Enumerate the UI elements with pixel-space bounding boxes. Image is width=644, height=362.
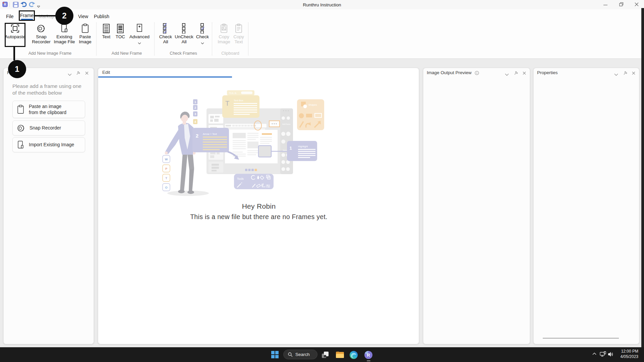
existing-image-file-button[interactable]: Existing Image File <box>52 21 76 45</box>
info-icon[interactable] <box>475 70 479 76</box>
toc-button[interactable]: TOC <box>113 21 128 39</box>
network-icon[interactable] <box>599 351 607 357</box>
paste-clipboard-button[interactable]: Paste an image from the clipboard <box>12 101 85 118</box>
pin-icon[interactable] <box>623 70 628 76</box>
file-explorer-button[interactable] <box>336 351 344 359</box>
task-view-button[interactable] <box>321 351 329 359</box>
menu-view[interactable]: View <box>78 12 88 21</box>
uncheck-all-button[interactable]: UnCheck All <box>173 21 195 45</box>
group-label-check-frames: Check Frames <box>160 51 207 56</box>
edge-browser-button[interactable] <box>349 351 358 359</box>
shapes-label: Shapes <box>308 103 317 106</box>
svg-text:T: T <box>225 100 229 107</box>
advanced-icon <box>135 21 143 34</box>
copy-text-icon <box>235 21 243 34</box>
close-icon[interactable] <box>632 70 636 76</box>
svg-text:T: T <box>165 176 167 180</box>
arrow-text-label: Arrow + Text <box>203 133 217 136</box>
annotation-box-autopaste <box>5 23 25 47</box>
properties-title: Properties <box>537 70 558 75</box>
menu-file[interactable]: File <box>6 12 14 21</box>
edit-panel: Edit <box>98 68 419 344</box>
ribbon-separator <box>154 22 155 56</box>
svg-text:2: 2 <box>194 106 196 109</box>
properties-panel: Properties <box>533 68 639 344</box>
group-label-clipboard: Clipboard <box>219 51 242 56</box>
snap-recorder-icon <box>37 21 46 34</box>
ribbon-separator <box>248 22 248 56</box>
svg-text:2: 2 <box>196 133 198 139</box>
ribbon-separator <box>212 22 212 56</box>
copy-text-button: Copy Text <box>231 21 247 45</box>
snap-recorder-panel-label: Snap Recorder <box>30 125 61 131</box>
check-all-icon <box>162 21 169 34</box>
copy-text-label: Copy Text <box>231 34 247 45</box>
check-all-label: Check All <box>157 34 175 45</box>
svg-text:P: P <box>165 167 167 170</box>
running-app-indicator <box>367 360 370 361</box>
runthru-app-button[interactable]: R <box>364 351 373 359</box>
empty-state-message: This is a new file but there are no Fram… <box>98 213 419 221</box>
menu-publish[interactable]: Publish <box>94 12 109 21</box>
text-frame-button[interactable]: Text <box>99 21 114 39</box>
pin-icon[interactable] <box>76 70 80 76</box>
edit-tab-underline <box>98 76 232 77</box>
restore-button[interactable] <box>618 1 625 9</box>
illustration-shapes-panel: Shapes <box>297 99 324 130</box>
close-button[interactable] <box>633 1 640 9</box>
group-label-add-new-image-frame: Add New Image Frame <box>16 51 83 56</box>
desktop: R Runthru Instruction File Frame Markup … <box>0 0 644 362</box>
close-icon[interactable] <box>85 70 89 76</box>
minimize-button[interactable] <box>602 2 609 9</box>
advanced-button[interactable]: Advanced <box>127 21 152 46</box>
frames-panel: Frames Please add a frame using one of t… <box>3 68 94 344</box>
close-icon[interactable] <box>522 70 526 76</box>
illustration-office-icons: W P T O <box>163 155 170 191</box>
svg-text:Tt A / A: Tt A / A <box>229 92 237 94</box>
tools-label: Tools <box>237 177 244 180</box>
check-label: Check <box>196 34 209 39</box>
annotation-step-2: 2 <box>55 7 73 25</box>
tray-chevron-up-icon[interactable] <box>592 352 597 355</box>
svg-text:3: 3 <box>194 112 196 116</box>
svg-text:W: W <box>165 158 168 161</box>
check-dropdown-button[interactable]: Check <box>194 21 211 46</box>
annotation-line-1 <box>13 47 15 60</box>
svg-text:4: 4 <box>194 120 196 123</box>
check-dropdown-chevron[interactable] <box>201 40 204 45</box>
chevron-down-icon[interactable] <box>614 71 618 77</box>
snap-recorder-button[interactable]: Snap Recorder <box>30 21 53 45</box>
search-box[interactable]: Search <box>283 350 317 359</box>
pin-icon[interactable] <box>514 70 518 76</box>
annotation-step-1: 1 <box>8 60 26 78</box>
advanced-dropdown-chevron[interactable] <box>138 40 141 45</box>
illustration-highlight-callout: 1 Highlight <box>287 141 317 161</box>
copy-image-button: Copy Image <box>215 21 233 45</box>
window-title: Runthru Instruction <box>0 2 644 7</box>
svg-text:O: O <box>165 186 167 189</box>
search-icon <box>288 352 293 357</box>
chevron-down-icon[interactable] <box>505 71 509 77</box>
svg-text:1: 1 <box>289 146 292 151</box>
snap-recorder-label: Snap Recorder <box>30 34 53 45</box>
chevron-down-icon[interactable] <box>68 71 72 77</box>
illustration-person <box>165 112 209 196</box>
toc-doc-icon <box>116 21 124 34</box>
paste-image-button[interactable]: Paste Image <box>76 21 95 45</box>
ribbon-separator <box>96 22 97 56</box>
svg-text:R: R <box>367 353 370 358</box>
snap-recorder-panel-button[interactable]: Snap Recorder <box>12 120 85 136</box>
start-button[interactable] <box>271 351 279 359</box>
snap-recorder-icon <box>17 124 25 133</box>
advanced-label: Advanced <box>129 34 150 39</box>
svg-text:1: 1 <box>194 100 196 104</box>
mock-add-frame-label: Add Frame <box>282 123 291 125</box>
existing-image-file-label: Existing Image File <box>52 34 76 45</box>
clock[interactable]: 12:00 PM 4/05/2023 <box>613 349 638 359</box>
uncheck-all-icon <box>180 21 188 34</box>
paste-image-icon <box>81 21 89 34</box>
check-all-button[interactable]: Check All <box>157 21 175 45</box>
import-existing-image-button[interactable]: Import Existing Image <box>12 137 85 152</box>
frames-panel-message: Please add a frame using one of the meth… <box>12 83 85 96</box>
edit-tab[interactable]: Edit <box>102 70 110 75</box>
